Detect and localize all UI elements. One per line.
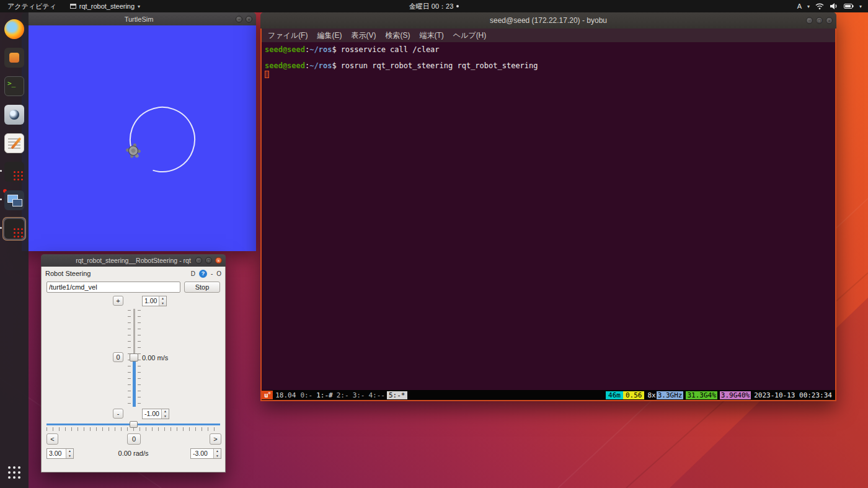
app-menu[interactable]: rqt_robot_steering ▾ — [70, 2, 140, 10]
volume-icon[interactable] — [830, 2, 838, 10]
ime-indicator[interactable]: A — [797, 2, 802, 10]
remote-desktop-icon — [4, 190, 24, 210]
ime-chevron-icon: ▾ — [807, 4, 810, 9]
stop-button[interactable]: Stop — [184, 282, 220, 293]
close-button[interactable]: × — [215, 257, 222, 264]
dock-item-ros[interactable] — [2, 160, 26, 184]
spin-up-icon[interactable]: ▲ — [216, 450, 219, 453]
close-button[interactable]: × — [826, 17, 833, 24]
dock-item-software[interactable] — [2, 46, 26, 69]
spin-down-icon[interactable]: ▼ — [216, 455, 219, 458]
turtle-sprite — [125, 143, 143, 161]
minimize-button[interactable]: − — [806, 17, 813, 24]
spin-up-icon[interactable]: ▲ — [164, 410, 167, 413]
angular-min-value: -3.00 — [191, 449, 213, 458]
byobu-window-1[interactable]: 1:-# — [314, 391, 335, 399]
wifi-icon[interactable] — [815, 2, 824, 10]
system-menu-chevron-icon[interactable]: ▾ — [859, 4, 862, 9]
dock-item-firefox[interactable] — [2, 17, 26, 41]
turtlesim-window: TurtleSim − × — [22, 12, 256, 251]
chevron-down-icon: ▾ — [138, 4, 140, 9]
terminal-titlebar[interactable]: seed@seed (172.22.17.20) - byobu − ▢ × — [260, 12, 836, 29]
menu-file[interactable]: ファイル(F) — [268, 30, 308, 41]
linear-slider-handle[interactable] — [130, 353, 138, 362]
dock-item-terminal[interactable]: >_ — [2, 74, 26, 98]
menu-view[interactable]: 表示(V) — [351, 30, 376, 41]
byobu-window-3[interactable]: 3:- — [351, 391, 367, 399]
turtlesim-titlebar[interactable]: TurtleSim − × — [22, 12, 256, 25]
turtlesim-title: TurtleSim — [125, 16, 154, 23]
ros-icon — [4, 219, 24, 239]
text-editor-icon — [4, 133, 24, 153]
byobu-window-4[interactable]: 4:-- — [367, 391, 388, 399]
app-menu-label: rqt_robot_steering — [79, 2, 135, 10]
help-icon[interactable]: ? — [199, 270, 207, 278]
menu-terminal[interactable]: 端末(T) — [419, 30, 443, 41]
dock-item-screenshot[interactable] — [2, 103, 26, 126]
dock-minimize-button[interactable]: - — [211, 270, 213, 277]
activities-button[interactable]: アクティビティ — [5, 2, 59, 11]
byobu-window-5-active[interactable]: 5:-* — [387, 391, 407, 399]
byobu-window-0[interactable]: 0:- — [298, 391, 314, 399]
battery-icon[interactable] — [844, 3, 854, 9]
menu-help[interactable]: ヘルプ(H) — [453, 30, 487, 41]
dock-item-text-editor[interactable] — [2, 131, 26, 155]
ubuntu-logo-badge: u® — [262, 391, 273, 399]
menu-search[interactable]: 検索(S) — [385, 30, 410, 41]
spinner-arrows[interactable]: ▲▼ — [213, 449, 221, 458]
command-text: rosrun rqt_robot_steering rqt_robot_stee… — [341, 61, 538, 70]
dock-item-remote-desktop[interactable] — [2, 189, 26, 212]
maximize-button[interactable]: ▢ — [205, 257, 212, 264]
software-icon — [4, 48, 24, 68]
terminal-window: seed@seed (172.22.17.20) - byobu − ▢ × フ… — [260, 12, 836, 401]
terminal-content[interactable]: seed@seed:~/ros$rosservice call /clear s… — [262, 42, 835, 390]
terminal-menubar: ファイル(F) 編集(E) 表示(V) 検索(S) 端末(T) ヘルプ(H) — [262, 29, 835, 42]
close-button[interactable]: × — [246, 16, 252, 22]
linear-increase-button[interactable]: + — [113, 296, 123, 306]
cpu-count: 8x — [644, 391, 656, 399]
menu-edit[interactable]: 編集(E) — [317, 30, 342, 41]
terminal-icon: >_ — [4, 76, 24, 96]
minimize-button[interactable]: − — [236, 16, 242, 22]
angular-slider-handle[interactable] — [130, 421, 138, 428]
terminal-frame: ファイル(F) 編集(E) 表示(V) 検索(S) 端末(T) ヘルプ(H) s… — [260, 29, 836, 401]
angular-zero-button[interactable]: 0 — [127, 433, 141, 445]
spinner-arrows[interactable]: ▲▼ — [161, 409, 169, 419]
linear-max-spinbox[interactable]: 1.00 ▲▼ — [142, 296, 167, 306]
linear-decrease-button[interactable]: - — [113, 409, 123, 419]
terminal-cursor — [265, 71, 269, 78]
topic-input[interactable] — [46, 282, 180, 293]
linear-zero-button[interactable]: 0 — [113, 352, 123, 362]
uptime-badge: 46m — [606, 391, 623, 399]
maximize-button[interactable]: ▢ — [816, 17, 823, 24]
rqt-titlebar[interactable]: rqt_robot_steering__RobotSteering - rqt … — [41, 254, 226, 267]
ros-icon — [4, 162, 24, 182]
spin-down-icon[interactable]: ▼ — [164, 415, 167, 418]
notification-dot-icon — [456, 5, 459, 7]
turtle-drawing — [22, 25, 256, 251]
angular-left-button[interactable]: < — [46, 433, 58, 445]
show-applications-button[interactable] — [2, 463, 26, 482]
running-indicator — [0, 170, 2, 172]
clock[interactable]: 金曜日 00：23 — [409, 2, 454, 11]
dock-close-button[interactable]: O — [216, 270, 221, 277]
command-text: rosservice call /clear — [341, 45, 440, 54]
angular-right-button[interactable]: > — [210, 433, 221, 445]
release-label: 18.04 — [273, 391, 298, 399]
minimize-button[interactable]: − — [195, 257, 202, 264]
spinner-arrows[interactable]: ▲▼ — [159, 296, 166, 306]
rqt-window: rqt_robot_steering__RobotSteering - rqt … — [41, 254, 226, 472]
dock-item-rqt-active[interactable] — [2, 217, 26, 241]
rqt-body: Robot Steering D ? - O Stop + 1.00 ▲▼ — [41, 267, 226, 472]
turtlesim-canvas[interactable] — [22, 25, 256, 251]
running-indicator — [0, 227, 2, 229]
angular-min-spinbox[interactable]: -3.00 ▲▼ — [190, 448, 221, 459]
camera-icon — [4, 105, 24, 125]
spin-down-icon[interactable]: ▼ — [161, 302, 164, 305]
linear-slider-fill — [133, 360, 136, 407]
byobu-window-2[interactable]: 2:- — [335, 391, 351, 399]
memory-badge: 31.3G4% — [686, 391, 717, 399]
linear-min-spinbox[interactable]: -1.00 ▲▼ — [142, 409, 169, 419]
dock-settings-button[interactable]: D — [191, 270, 195, 277]
spin-up-icon[interactable]: ▲ — [161, 297, 164, 300]
